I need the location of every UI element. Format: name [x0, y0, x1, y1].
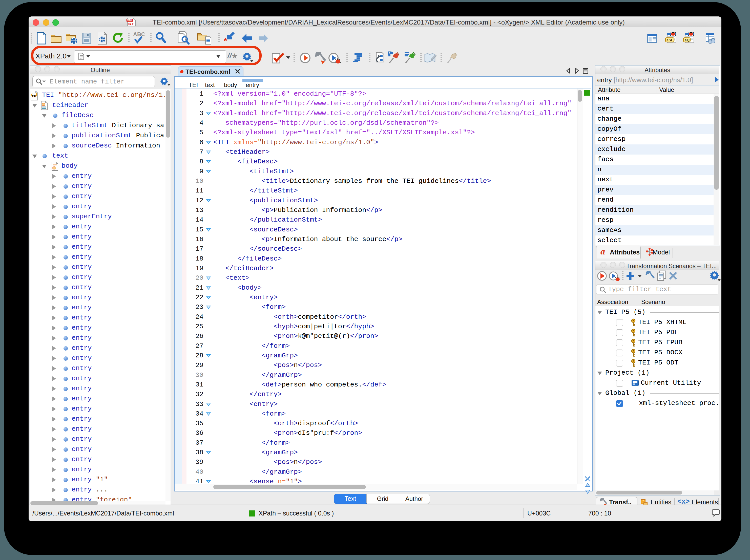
svg-text:XML: XML	[127, 19, 133, 22]
svg-text:TEI: TEI	[32, 95, 36, 98]
svg-text:ABC: ABC	[133, 31, 144, 37]
svg-text:XQ: XQ	[685, 38, 690, 42]
svg-text:*: *	[224, 36, 227, 44]
svg-text:<●>: <●>	[128, 22, 134, 26]
svg-text:XSLT: XSLT	[666, 38, 675, 42]
